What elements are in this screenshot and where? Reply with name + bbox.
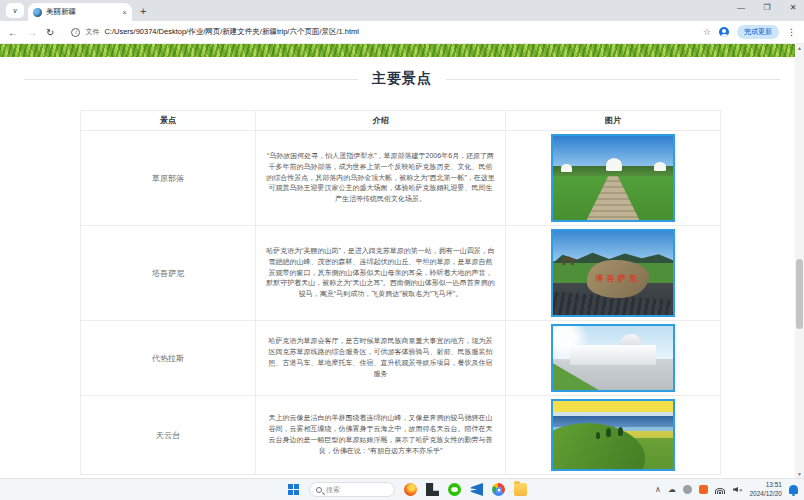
table-row: 天云台 天上的云像是洁白的羊群围绕着连绵的山峰，又像是奔腾的骏马驰骋在山谷间，云… xyxy=(81,396,721,475)
green-hill xyxy=(551,423,645,471)
taskbar-search-input[interactable]: 搜索 xyxy=(309,482,395,497)
volume-muted-icon[interactable]: × xyxy=(733,487,743,493)
table-row: 草原部落 “乌孙故国何处寻，怡人遥指伊犁水”，草原部落建于2006年6月，还原了… xyxy=(81,131,721,226)
yurt xyxy=(561,164,572,172)
tray-orange-app-icon[interactable] xyxy=(699,485,708,494)
spot-description: 哈萨克语为“美丽的山岗”，是进入阔克苏草原的第一站，拥有一山四景，白雪皑皑的山峰… xyxy=(256,226,506,321)
profile-avatar-icon[interactable] xyxy=(719,27,729,37)
grass-edge xyxy=(553,363,599,390)
forward-icon[interactable]: → xyxy=(27,27,37,38)
chevron-down-icon: ∨ xyxy=(12,7,17,15)
tab-title: 美丽新疆 xyxy=(46,7,118,17)
bookmark-star-icon[interactable]: ☆ xyxy=(703,27,711,37)
visitor-building xyxy=(570,345,656,365)
pavilion xyxy=(560,256,576,265)
page-title: 主要景点 xyxy=(372,70,432,88)
search-icon xyxy=(316,487,322,493)
chrome-icon[interactable] xyxy=(492,483,505,496)
web-page: 主要景点 景点 介绍 图片 草原部落 “乌孙故国何处寻，怡人遥指伊犁水”，草原部… xyxy=(0,44,804,478)
reload-icon[interactable]: ↻ xyxy=(46,27,54,38)
tawusani-rock-image: 塔吾萨尼 xyxy=(551,229,675,317)
clock-time: 13:51 xyxy=(749,481,782,489)
sun-glare xyxy=(551,324,589,362)
close-button[interactable]: ✕ xyxy=(788,3,798,12)
table-row: 塔吾萨尼 哈萨克语为“美丽的山岗”，是进入阔克苏草原的第一站，拥有一山四景，白雪… xyxy=(81,226,721,321)
search-placeholder: 搜索 xyxy=(326,485,340,495)
notification-bell-icon[interactable] xyxy=(789,485,798,494)
page-scrollbar[interactable]: ▲ ▼ xyxy=(795,44,804,478)
menu-kebab-icon[interactable]: ⋮ xyxy=(787,27,796,37)
header-image: 图片 xyxy=(506,111,721,131)
scrollbar-thumb[interactable] xyxy=(796,259,803,329)
yurt xyxy=(654,162,666,171)
onedrive-cloud-icon[interactable]: ☁ xyxy=(668,486,676,494)
stone-path xyxy=(553,176,673,220)
grassland-tribe-yurts-image xyxy=(551,134,675,222)
tray-chevron-up-icon[interactable]: ∧ xyxy=(655,486,661,494)
maximize-button[interactable]: ❐ xyxy=(762,3,772,12)
spot-name: 代热拉斯 xyxy=(81,321,256,396)
taskbar-clock[interactable]: 13:51 2024/12/20 xyxy=(749,481,782,497)
spot-name: 草原部落 xyxy=(81,131,256,226)
browser-window: ∨ 美丽新疆 × + — ❐ ✕ ← → ↻ i 文件 C:/Users/903… xyxy=(0,0,804,500)
minimize-button[interactable]: — xyxy=(736,3,746,12)
spot-description: 哈萨克语为草原会客厅，是古时候草原民族商量重大事宜的地方，现为景区阔克苏草原线路… xyxy=(256,321,506,396)
browser-toolbar: ← → ↻ i 文件 C:/Users/90374/Desktop/作业/网页/… xyxy=(0,21,804,44)
title-divider-left xyxy=(24,79,358,80)
header-spot: 景点 xyxy=(81,111,256,131)
firefox-icon[interactable] xyxy=(404,483,417,496)
spot-description: “乌孙故国何处寻，怡人遥指伊犁水”，草原部落建于2006年6月，还原了两千多年前… xyxy=(256,131,506,226)
tray-app-icon[interactable] xyxy=(683,485,692,494)
table-header-row: 景点 介绍 图片 xyxy=(81,111,721,131)
grass-banner-image xyxy=(0,44,804,57)
chrome-update-button[interactable]: 完成更新 xyxy=(737,25,779,39)
wifi-icon[interactable] xyxy=(715,486,726,494)
scrollbar-up-icon[interactable]: ▲ xyxy=(795,45,804,51)
tree xyxy=(618,427,623,436)
rock-inscription: 塔吾萨尼 xyxy=(596,273,640,284)
url-text[interactable]: C:/Users/90374/Desktop/作业/网页/新建文件夹/新疆tri… xyxy=(104,27,359,37)
vscode-icon[interactable] xyxy=(470,483,483,496)
file-scheme-label: 文件 xyxy=(85,27,99,37)
wechat-icon[interactable] xyxy=(448,483,461,496)
table-row: 代热拉斯 哈萨克语为草原会客厅，是古时候草原民族商量重大事宜的地方，现为景区阔克… xyxy=(81,321,721,396)
dairelasi-building-image xyxy=(551,324,675,392)
tab-close-icon[interactable]: × xyxy=(122,8,127,17)
inscribed-rock: 塔吾萨尼 xyxy=(587,260,649,298)
yurt xyxy=(606,158,622,171)
boardwalk xyxy=(553,281,673,315)
page-info-icon[interactable]: i xyxy=(71,28,80,37)
tab-favicon-globe-icon xyxy=(33,8,42,17)
tree xyxy=(596,432,600,439)
mountain-ridge xyxy=(553,249,673,262)
spot-name: 塔吾萨尼 xyxy=(81,226,256,321)
tab-search-button[interactable]: ∨ xyxy=(6,3,24,18)
windows-taskbar: 搜索 ∧ ☁ × 13:51 2024/12/20 xyxy=(0,478,804,500)
scenic-spots-table: 景点 介绍 图片 草原部落 “乌孙故国何处寻，怡人遥指伊犁水”，草原部落建于20… xyxy=(80,110,721,475)
new-tab-button[interactable]: + xyxy=(140,5,146,17)
browser-tab[interactable]: 美丽新疆 × xyxy=(28,3,132,21)
tianyuntai-hills-image xyxy=(551,399,675,471)
scrollbar-down-icon[interactable]: ▼ xyxy=(795,471,804,477)
clock-date: 2024/12/20 xyxy=(749,490,782,498)
title-divider-right xyxy=(446,79,780,80)
back-icon[interactable]: ← xyxy=(8,27,18,38)
spot-description: 天上的云像是洁白的羊群围绕着连绵的山峰，又像是奔腾的骏马驰骋在山谷间，云雾相互缠… xyxy=(256,396,506,475)
browser-titlebar: ∨ 美丽新疆 × + — ❐ ✕ xyxy=(0,0,804,21)
header-intro: 介绍 xyxy=(256,111,506,131)
file-explorer-icon[interactable] xyxy=(514,483,527,496)
tree xyxy=(606,428,611,437)
address-bar[interactable]: i 文件 C:/Users/90374/Desktop/作业/网页/新建文件夹/… xyxy=(63,24,694,41)
spot-name: 天云台 xyxy=(81,396,256,475)
building-dome xyxy=(620,334,642,356)
dark-app-icon[interactable] xyxy=(426,483,439,496)
start-button-icon[interactable] xyxy=(288,484,300,496)
